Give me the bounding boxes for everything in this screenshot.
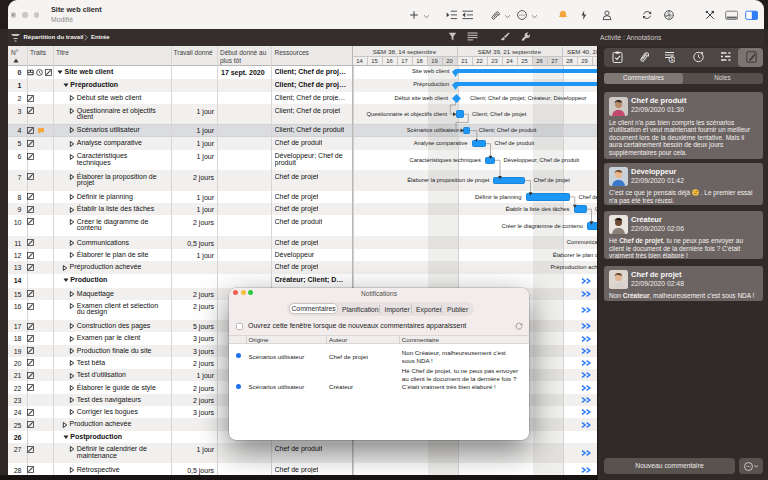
svg-text:$: $ <box>670 56 673 62</box>
